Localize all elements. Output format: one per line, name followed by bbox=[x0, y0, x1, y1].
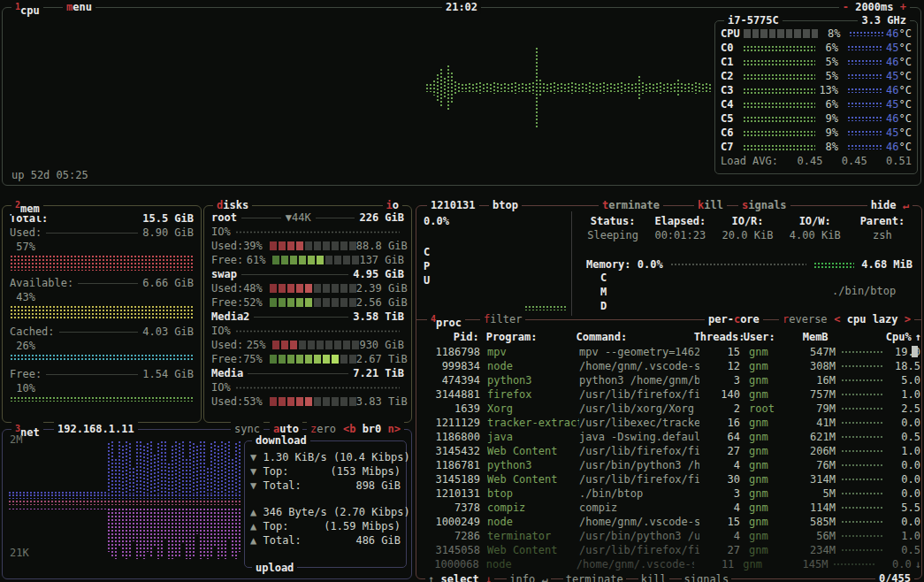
select-control[interactable]: ↑ select ↓ bbox=[425, 573, 494, 582]
detail-stat-header: IO/W: bbox=[782, 215, 849, 227]
footer-terminate-button[interactable]: terminate bbox=[563, 573, 626, 582]
disks-box-title[interactable]: disks bbox=[213, 198, 252, 212]
meter-block bbox=[769, 29, 776, 38]
meter-block bbox=[296, 298, 303, 307]
col-command[interactable]: Command: bbox=[576, 330, 693, 344]
process-mem: 585M bbox=[793, 515, 836, 529]
process-row[interactable]: 474394python3python3 /home/gnm/b3gnm16M5… bbox=[416, 373, 921, 387]
sort-direction-icon[interactable]: ↑ bbox=[915, 330, 921, 344]
disk-meter-percent: 53% bbox=[243, 394, 263, 409]
sort-selector[interactable]: < cpu lazy > bbox=[830, 312, 914, 326]
process-row[interactable]: 1186798mpvmpv --geometry=146215gnm547M19… bbox=[416, 345, 921, 359]
download-baseline bbox=[8, 494, 241, 499]
disk-meter-value: 2.67 TiB bbox=[356, 352, 408, 366]
process-cpu: 0.5 bbox=[885, 430, 920, 444]
process-pid: 7286 bbox=[424, 529, 480, 543]
core-temp-graph bbox=[847, 130, 883, 135]
process-row[interactable]: 1211129tracker-extract/usr/libexec/track… bbox=[416, 416, 921, 430]
process-threads: 27 bbox=[699, 543, 740, 557]
process-command: /usr/lib/firefox/fi bbox=[579, 472, 699, 486]
process-row[interactable]: 3145432Web Content/usr/lib/firefox/fi27g… bbox=[416, 444, 921, 458]
disk-meter-label: Used: bbox=[211, 239, 243, 253]
mem-entry-percent-row: 43% bbox=[10, 290, 194, 304]
process-cpu-graph bbox=[841, 520, 883, 525]
disks-io-toggle[interactable]: io bbox=[383, 198, 402, 212]
detail-command: ./bin/btop bbox=[832, 285, 896, 297]
disk-io-label: IO% bbox=[211, 324, 231, 338]
process-row[interactable]: 3144881firefox/usr/lib/firefox/fi140gnm7… bbox=[416, 387, 921, 402]
process-row[interactable]: 1186800javajava -Dswing.defaul64gnm621M0… bbox=[416, 430, 921, 444]
col-memb[interactable]: MemB bbox=[787, 330, 829, 344]
process-command: mpv --geometry=1462 bbox=[579, 345, 699, 359]
process-pid: 3144881 bbox=[424, 387, 480, 402]
process-row[interactable]: 1000249node/home/gnm/.vscode-s15gnm585M0… bbox=[416, 515, 921, 529]
process-row[interactable]: 999834node/home/gnm/.vscode-s12gnm308M18… bbox=[416, 359, 921, 373]
reverse-button[interactable]: reverse bbox=[779, 312, 831, 326]
process-row[interactable]: 7286terminator/usr/bin/python3 /u4gnm56M… bbox=[416, 529, 921, 543]
process-user: gnm bbox=[749, 345, 793, 359]
col-pid[interactable]: Pid: bbox=[424, 330, 479, 344]
footer-signals-button[interactable]: signals bbox=[682, 573, 732, 582]
col-program[interactable]: Program: bbox=[486, 330, 577, 344]
meter-block bbox=[314, 298, 321, 307]
core-usage-meter bbox=[743, 102, 815, 108]
filter-button[interactable]: filter bbox=[480, 312, 525, 326]
proc-box: 1210131 btop terminate kill signals hide… bbox=[416, 205, 922, 579]
footer-kill-button[interactable]: kill bbox=[638, 573, 669, 582]
upload-total-value: 486 GiB bbox=[355, 533, 401, 548]
mem-usage-graph bbox=[10, 255, 194, 271]
process-row[interactable]: 7378compizcompiz4gnm114M5.5 bbox=[416, 501, 921, 515]
disk-meter-percent: 25% bbox=[243, 338, 265, 352]
core-usage-dots bbox=[743, 73, 815, 80]
process-row[interactable]: 1000068node/home/gnm/.vscode-s11gnm145M0… bbox=[416, 557, 921, 571]
meter-block bbox=[287, 355, 294, 364]
col-cpu[interactable]: Cpu% bbox=[877, 330, 912, 344]
col-user[interactable]: User: bbox=[744, 330, 787, 344]
process-row[interactable]: 1186781python3/usr/bin/python3 /h4gnm76M… bbox=[416, 458, 921, 472]
meter-block bbox=[305, 284, 312, 293]
cpu-frequency: 3.3 GHz bbox=[858, 13, 910, 27]
disk-meter bbox=[271, 341, 359, 349]
core-usage-dots bbox=[743, 116, 815, 122]
upload-baseline bbox=[8, 500, 241, 505]
select-up-icon[interactable]: ↑ bbox=[428, 573, 434, 582]
process-row[interactable]: 3145189Web Content/usr/lib/firefox/fi30g… bbox=[416, 472, 921, 486]
scroll-more-icon[interactable]: ↓ bbox=[915, 557, 921, 571]
core-usage-meter bbox=[743, 130, 815, 136]
cpu-box-title[interactable]: 1cpu bbox=[11, 0, 43, 18]
net-interface-selector[interactable]: <b br0 n> bbox=[340, 422, 404, 436]
disk-meter-label: Free: bbox=[211, 295, 243, 310]
net-zero-button[interactable]: zero bbox=[307, 422, 340, 436]
core-temp-graph bbox=[847, 73, 883, 79]
axis-letter: D bbox=[600, 299, 609, 313]
disk-meter bbox=[268, 298, 356, 307]
process-row[interactable]: 1210131btop./bin/btop3gnm5M0.0 bbox=[416, 486, 921, 501]
update-minus-button[interactable]: - bbox=[843, 1, 849, 13]
process-cpu: 1.0 bbox=[885, 444, 920, 458]
process-row[interactable]: 1639Xorg/usr/lib/xorg/Xorg2root79M2.5 bbox=[416, 402, 921, 416]
net-box: 3net 192.168.1.11 sync auto zero <b br0 … bbox=[2, 429, 412, 579]
process-program: python3 bbox=[487, 373, 579, 387]
menu-button[interactable]: menu bbox=[63, 0, 95, 14]
detail-cpu-graph bbox=[524, 305, 567, 310]
meter-block bbox=[349, 241, 356, 250]
proc-title[interactable]: 4proc bbox=[427, 312, 465, 330]
meter-block bbox=[343, 256, 350, 264]
mem-box-title[interactable]: 2mem bbox=[11, 198, 43, 216]
col-threads[interactable]: Threads: bbox=[694, 330, 735, 344]
meter-block bbox=[281, 341, 288, 349]
update-plus-button[interactable]: + bbox=[900, 1, 906, 13]
per-core-button[interactable]: per-core bbox=[705, 312, 763, 326]
disk-meter bbox=[268, 284, 356, 293]
process-pid: 1186798 bbox=[424, 345, 480, 359]
process-program: Web Content bbox=[487, 444, 579, 458]
process-row[interactable]: 3145058Web Content/usr/lib/firefox/fi27g… bbox=[416, 543, 921, 557]
meter-block bbox=[287, 284, 294, 293]
select-down-icon[interactable]: ↓ bbox=[485, 573, 492, 582]
clock: 21:02 bbox=[442, 0, 481, 14]
process-threads: 3 bbox=[699, 373, 740, 387]
process-cpu-graph bbox=[841, 350, 883, 355]
scrollbar-thumb[interactable] bbox=[912, 346, 918, 357]
process-mem: 79M bbox=[793, 402, 836, 416]
info-button[interactable]: info ↵ bbox=[507, 573, 550, 582]
